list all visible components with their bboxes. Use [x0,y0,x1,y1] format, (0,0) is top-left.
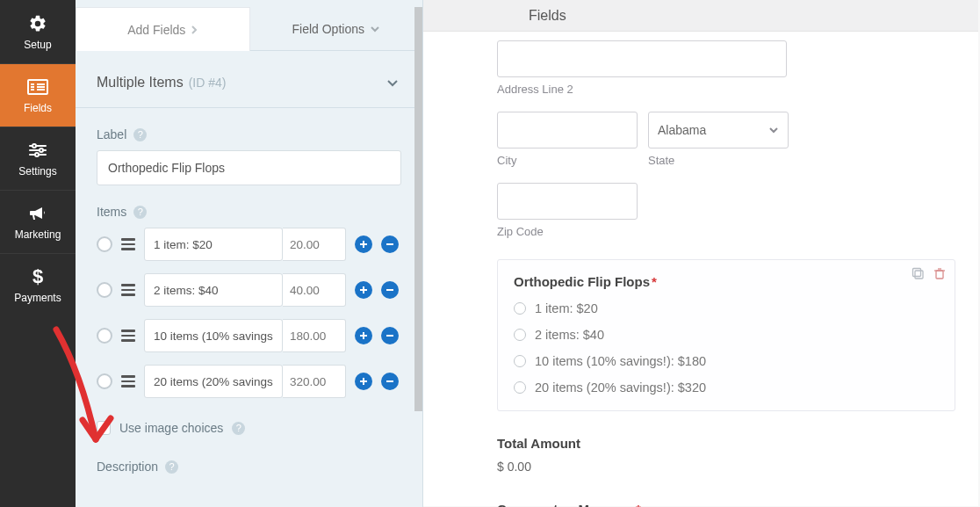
nav-fields[interactable]: Fields [0,63,76,127]
svg-point-12 [35,153,39,156]
nav-settings[interactable]: Settings [0,127,76,190]
remove-item-button[interactable] [381,281,399,299]
label-group: Label ? [97,127,401,185]
item-row [97,228,401,261]
multiple-items-preview[interactable]: Orthopedic Flip Flops* 1 item: $20 2 ite… [497,259,955,411]
item-price-input[interactable] [283,319,346,352]
item-price-input[interactable] [283,228,346,261]
list-icon [27,76,48,98]
option-row[interactable]: 20 items (20% savings!): $320 [514,380,939,395]
total-value: $ 0.00 [497,460,957,474]
item-price-input[interactable] [283,365,346,398]
chevron-down-icon [768,127,779,134]
description-label-row: Description ? [97,460,401,474]
tab-label: Field Options [292,22,364,36]
nav-label: Fields [24,102,52,114]
section-title: Multiple Items (ID #4) [97,75,227,91]
section-id: (ID #4) [189,76,227,90]
gear-icon [27,13,48,34]
svg-rect-27 [913,269,921,277]
zip-input[interactable] [497,183,638,220]
nav-payments[interactable]: $ Payments [0,253,76,316]
radio-icon[interactable] [514,302,526,315]
item-label-input[interactable] [144,365,283,398]
state-select[interactable]: Alabama [648,112,789,148]
default-radio[interactable] [97,282,112,298]
address-line2-label: Address Line 2 [497,83,957,96]
drag-handle-icon[interactable] [121,375,135,387]
nav-label: Payments [14,292,61,304]
add-item-button[interactable] [355,327,372,344]
item-label-input[interactable] [144,273,283,307]
drag-handle-icon[interactable] [121,284,135,296]
remove-item-button[interactable] [381,373,399,390]
builder-scrollbar[interactable] [414,0,422,507]
add-item-button[interactable] [355,281,372,299]
section-header[interactable]: Multiple Items (ID #4) [76,51,422,108]
city-input[interactable] [497,112,638,148]
default-radio[interactable] [97,373,112,389]
help-icon[interactable]: ? [133,128,147,141]
chevron-down-icon [370,25,380,33]
drag-handle-icon[interactable] [121,238,135,250]
label-input[interactable] [97,150,401,185]
default-radio[interactable] [97,236,112,252]
help-icon[interactable]: ? [133,206,147,219]
panel-body: Label ? Items ? [76,127,422,474]
svg-rect-26 [915,271,923,279]
nav-setup[interactable]: Setup [0,0,76,63]
option-row[interactable]: 10 items (10% savings!): $180 [514,354,939,368]
tab-label: Add Fields [127,23,185,37]
svg-rect-28 [936,271,943,279]
scrollbar-thumb[interactable] [414,7,422,411]
delete-icon[interactable] [933,267,946,283]
remove-item-button[interactable] [381,327,399,344]
items-caption: Items [97,205,126,219]
image-choices-checkbox[interactable] [97,421,111,435]
chevron-down-icon [386,79,399,87]
required-star: * [652,274,657,289]
card-title-text: Orthopedic Flip Flops [514,274,650,289]
sliders-icon [27,140,48,161]
svg-text:$: $ [32,266,43,287]
tab-add-fields[interactable]: Add Fields [76,7,250,51]
comment-label: Comment or Message* [497,502,957,507]
radio-icon[interactable] [514,329,526,341]
builder-panel: Add Fields Field Options Multiple Items … [76,0,423,507]
bullhorn-icon [27,203,48,224]
card-actions [912,267,946,283]
form-preview: Address Line 2 City Alabama State Zip Co… [423,32,978,506]
add-item-button[interactable] [355,373,372,390]
add-item-button[interactable] [355,235,372,253]
radio-icon[interactable] [514,381,526,394]
address-line2-input[interactable] [497,40,787,77]
comment-label-text: Comment or Message [497,502,634,507]
dollar-icon: $ [27,266,48,287]
state-value: Alabama [658,123,706,137]
help-icon[interactable]: ? [165,460,178,474]
item-label-input[interactable] [144,319,283,352]
default-radio[interactable] [97,328,112,344]
left-nav: Setup Fields Settings Marketing $ Paymen… [0,0,76,507]
collapse-button[interactable] [384,74,401,91]
nav-marketing[interactable]: Marketing [0,190,76,253]
duplicate-icon[interactable] [912,267,925,283]
help-icon[interactable]: ? [232,422,245,435]
option-row[interactable]: 2 items: $40 [514,328,939,342]
nav-label: Marketing [15,228,61,241]
zip-label: Zip Code [497,225,957,238]
radio-icon[interactable] [514,355,526,367]
image-choices-row: Use image choices ? [97,421,401,435]
nav-label: Setup [24,39,51,51]
option-row[interactable]: 1 item: $20 [514,301,939,315]
drag-handle-icon[interactable] [121,330,135,342]
state-label: State [648,154,789,167]
option-label: 2 items: $40 [535,328,604,342]
item-row [97,365,401,398]
remove-item-button[interactable] [381,235,399,253]
item-row [97,273,401,307]
item-price-input[interactable] [283,273,346,307]
header-title: Fields [529,8,566,24]
item-label-input[interactable] [144,228,283,261]
tab-field-options[interactable]: Field Options [250,7,423,51]
